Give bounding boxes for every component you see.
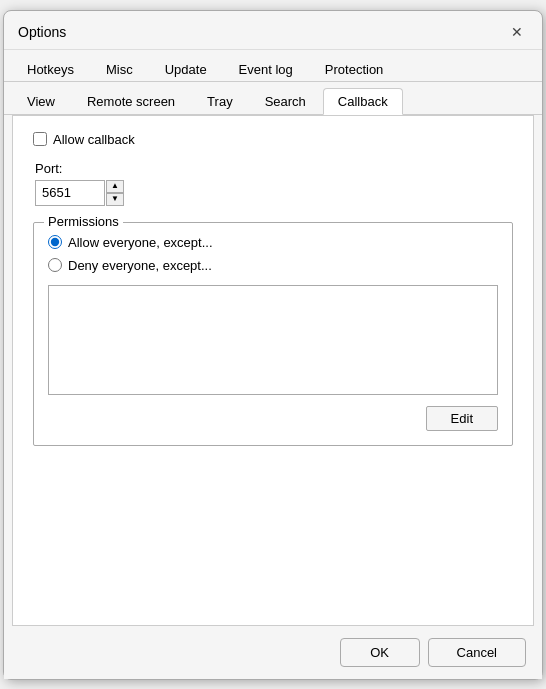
content-area: Allow callback Port: ▲ ▼ Permissions All… [12, 115, 534, 626]
footer: OK Cancel [4, 626, 542, 679]
tab-view[interactable]: View [12, 88, 70, 115]
tab-update[interactable]: Update [150, 56, 222, 82]
allow-everyone-label[interactable]: Allow everyone, except... [68, 235, 213, 250]
options-dialog: Options ✕ Hotkeys Misc Update Event log … [3, 10, 543, 680]
deny-everyone-row: Deny everyone, except... [48, 258, 498, 273]
deny-everyone-label[interactable]: Deny everyone, except... [68, 258, 212, 273]
permissions-legend: Permissions [44, 214, 123, 229]
tab-search[interactable]: Search [250, 88, 321, 115]
allow-callback-checkbox[interactable] [33, 132, 47, 146]
title-bar: Options ✕ [4, 11, 542, 50]
port-decrement-button[interactable]: ▼ [106, 193, 124, 206]
port-label: Port: [35, 161, 513, 176]
tab-tray[interactable]: Tray [192, 88, 248, 115]
edit-button[interactable]: Edit [426, 406, 498, 431]
dialog-title: Options [18, 24, 66, 40]
allow-everyone-row: Allow everyone, except... [48, 235, 498, 250]
edit-button-row: Edit [48, 406, 498, 431]
allow-callback-row: Allow callback [33, 132, 513, 147]
close-button[interactable]: ✕ [506, 21, 528, 43]
ok-button[interactable]: OK [340, 638, 420, 667]
tab-hotkeys[interactable]: Hotkeys [12, 56, 89, 82]
tab-callback[interactable]: Callback [323, 88, 403, 115]
permissions-textarea[interactable] [48, 285, 498, 395]
cancel-button[interactable]: Cancel [428, 638, 526, 667]
tab-protection[interactable]: Protection [310, 56, 399, 82]
port-input-wrap: ▲ ▼ [35, 180, 513, 206]
port-input[interactable] [35, 180, 105, 206]
port-increment-button[interactable]: ▲ [106, 180, 124, 193]
permissions-group: Permissions Allow everyone, except... De… [33, 222, 513, 446]
tab-event-log[interactable]: Event log [224, 56, 308, 82]
port-section: Port: ▲ ▼ [35, 161, 513, 206]
tab-remote-screen[interactable]: Remote screen [72, 88, 190, 115]
tabs-row-2: View Remote screen Tray Search Callback [4, 82, 542, 115]
tabs-row-1: Hotkeys Misc Update Event log Protection [4, 50, 542, 82]
tab-misc[interactable]: Misc [91, 56, 148, 82]
deny-everyone-radio[interactable] [48, 258, 62, 272]
allow-callback-label[interactable]: Allow callback [53, 132, 135, 147]
port-spinner: ▲ ▼ [106, 180, 124, 206]
allow-everyone-radio[interactable] [48, 235, 62, 249]
